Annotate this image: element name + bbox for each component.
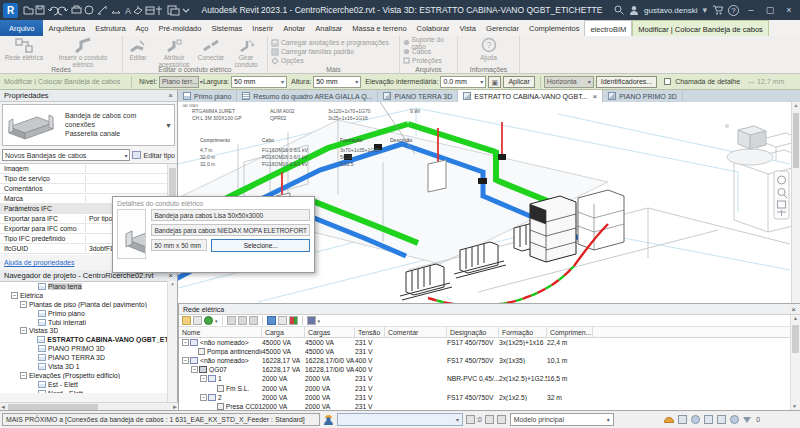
user-name[interactable]: gustavo.denski <box>644 6 697 15</box>
worksets-dialog-icon[interactable] <box>497 415 506 424</box>
columns-icon[interactable] <box>307 316 316 325</box>
revit-logo-icon[interactable]: R <box>3 3 18 18</box>
editar-tipo-button[interactable]: Editar tipo <box>132 151 175 159</box>
sync-icon[interactable] <box>267 316 276 325</box>
select-icon[interactable] <box>278 316 287 325</box>
view-tab[interactable]: PIANO TERRA 3D <box>378 90 458 102</box>
ribbon-tab[interactable]: Analisar <box>310 20 347 36</box>
view-tab[interactable]: Resumo do quadro AREA GIALLA Q... <box>237 90 378 102</box>
browser-tree-item[interactable]: −Vistas 3D <box>0 326 177 335</box>
search-icon[interactable] <box>614 5 624 15</box>
ribbon-tab[interactable]: Gerenciar <box>481 20 524 36</box>
ribbon-tab[interactable]: Aço <box>131 20 154 36</box>
expander-icon[interactable]: − <box>191 366 198 373</box>
chevron-down-icon[interactable]: ▾ <box>215 318 218 324</box>
circuit-row[interactable]: −2 2000 VA 2000 VA 231 V FS17 450/750V 2… <box>179 393 800 402</box>
expander-icon[interactable]: − <box>20 327 27 334</box>
protecoes-button[interactable]: Proteções <box>400 56 457 65</box>
conectar-button[interactable]: Conectar <box>195 36 227 69</box>
circuit-row[interactable]: Fm S.L. 2000 VA 2000 VA 231 V <box>179 383 800 392</box>
identificadores-button[interactable]: Identificadores... <box>596 76 657 88</box>
ribbon-tab[interactable]: Vista <box>455 20 482 36</box>
properties-help-link[interactable]: Ajuda de propriedades <box>4 259 74 266</box>
circuit-row[interactable]: −1 2000 VA 2000 VA 231 V NBR-PVC 0,45/..… <box>179 374 800 383</box>
circuit-row[interactable]: −<não nomeado> 45000 VA 45000 VA 231 V F… <box>179 338 800 347</box>
girar-conduto-button[interactable]: Girar conduto <box>227 36 265 69</box>
select-pinned-icon[interactable] <box>717 415 726 424</box>
editar-button[interactable]: Editar <box>123 36 153 69</box>
ajuda-button[interactable]: ? Ajuda <box>458 36 519 62</box>
restore-button[interactable]: ▢ <box>763 5 777 15</box>
carregar-anotacoes-button[interactable]: Carregar anotações e programações <box>268 38 399 47</box>
ribbon-tab[interactable]: Pré-moldado <box>154 20 207 36</box>
active-only-icon[interactable] <box>664 417 674 423</box>
circuit-row[interactable]: Pompa antincendio 1 45000 VA 45000 VA 23… <box>179 347 800 356</box>
minimize-button[interactable]: – <box>744 5 758 15</box>
type-dropdown[interactable]: Novos Bandejas de cabos▾ <box>2 149 130 161</box>
close-icon[interactable]: × <box>168 91 173 100</box>
chevron-down-icon[interactable]: ▾ <box>318 318 321 324</box>
ribbon-tab[interactable]: Modificar | Colocar Bandeja de cabos <box>632 20 769 36</box>
browser-tree-item[interactable]: Tubi interrati <box>0 318 177 327</box>
editable-only-icon[interactable] <box>466 415 475 424</box>
chamada-detalhe-checkbox[interactable] <box>664 78 671 85</box>
select-links-icon[interactable] <box>704 415 713 424</box>
largura-input[interactable]: 50 mm▾ <box>231 76 287 88</box>
inserir-conduto-button[interactable]: Inserir o conduto elétrico <box>48 36 118 69</box>
design-option-select[interactable]: Modelo principal▾ <box>510 413 614 426</box>
search-up-icon[interactable] <box>238 316 247 325</box>
view-tab[interactable]: Primo piano <box>178 90 237 102</box>
opcoes-button[interactable]: Opções <box>268 56 399 65</box>
ribbon-tab[interactable]: Inserir <box>247 20 278 36</box>
type-selector[interactable]: Bandeja de cabos com conexõesPasserella … <box>2 104 175 146</box>
close-button[interactable]: × <box>782 5 796 15</box>
selecione-button[interactable]: Selecione... <box>211 239 310 252</box>
browser-vertical-scrollbar[interactable]: ▾ <box>167 281 177 402</box>
expander-icon[interactable]: − <box>20 372 27 379</box>
canvas-vertical-scrollbar[interactable]: ▲ <box>791 102 800 303</box>
panel-vertical-scrollbar[interactable]: ▲▼ <box>790 315 800 410</box>
circuit-row[interactable]: −QG07 16228,17 VA 16228,17/0/0 VA 400 V <box>179 365 800 374</box>
quick-access-toolbar[interactable]: A <box>22 3 190 17</box>
circuit-row[interactable]: −<não nomeado> 16228,17 VA 16228,17/0/0 … <box>179 356 800 365</box>
cart-icon[interactable] <box>712 5 723 15</box>
carregar-familias-button[interactable]: Carregar famílias padrão <box>268 47 399 56</box>
exclude-options-icon[interactable] <box>678 415 687 424</box>
ribbon-tab[interactable]: Massa e terreno <box>347 20 411 36</box>
elevacao-input[interactable]: 0.0 mm▾ <box>440 76 486 88</box>
browser-tree-item[interactable]: −Elevações (Prospetto edificio) <box>0 371 177 380</box>
pick-elevation-icon[interactable]: ▣ <box>488 76 501 88</box>
browser-tree-item[interactable]: Est - Elett <box>0 380 177 389</box>
help-icon[interactable]: ? <box>728 5 739 16</box>
browser-tree-item[interactable]: Primo piano <box>0 309 177 318</box>
ribbon-tab[interactable]: Arquivo <box>0 20 43 36</box>
workset-select[interactable]: ▾ <box>337 413 463 426</box>
atribuir-acessorios-button[interactable]: Atribuir acessórios <box>153 36 195 69</box>
browser-tree-item[interactable]: −Elétrica <box>0 291 177 300</box>
navigation-bar[interactable] <box>774 171 789 219</box>
close-tab-icon[interactable]: × <box>592 92 597 101</box>
expander-icon[interactable]: − <box>20 301 27 308</box>
nivel-select[interactable]: Piano terr...▾ <box>159 76 199 88</box>
ribbon-tab[interactable]: electroBIM <box>584 20 632 36</box>
browser-tree-item[interactable]: PIANO PRIMO 3D <box>0 344 177 353</box>
browser-tree-item[interactable]: ESTRATTO CABINA-VANO QGBT_ETICH <box>0 335 177 344</box>
dropdown-caret-icon[interactable]: ▾ <box>702 5 707 15</box>
ribbon-tab[interactable]: Complementos <box>524 20 584 36</box>
circuit-row[interactable]: Presa CC01 2000 VA 2000 VA 231 V <box>179 402 800 410</box>
view-tab[interactable]: PIANO PRIMO 3D <box>603 90 683 102</box>
press-drag-icon[interactable] <box>691 415 700 424</box>
expander-icon[interactable]: − <box>182 357 189 364</box>
search-icon[interactable] <box>227 316 236 325</box>
ribbon-tab[interactable]: Sistemas <box>206 20 247 36</box>
browser-tree-item[interactable]: −Plantas de piso (Pianta del pavimento) <box>0 300 177 309</box>
expander-icon[interactable]: − <box>200 394 207 401</box>
worker-icon[interactable] <box>323 414 334 425</box>
altura-input[interactable]: 50 mm▾ <box>313 76 361 88</box>
ribbon-tab[interactable]: Arquitetura <box>43 20 90 36</box>
ribbon-tab[interactable]: Estrutura <box>90 20 130 36</box>
viewcube[interactable] <box>725 124 773 165</box>
close-icon[interactable]: × <box>791 305 796 314</box>
ribbon-tab[interactable]: Colaborar <box>412 20 455 36</box>
power-on-icon[interactable] <box>204 316 213 325</box>
